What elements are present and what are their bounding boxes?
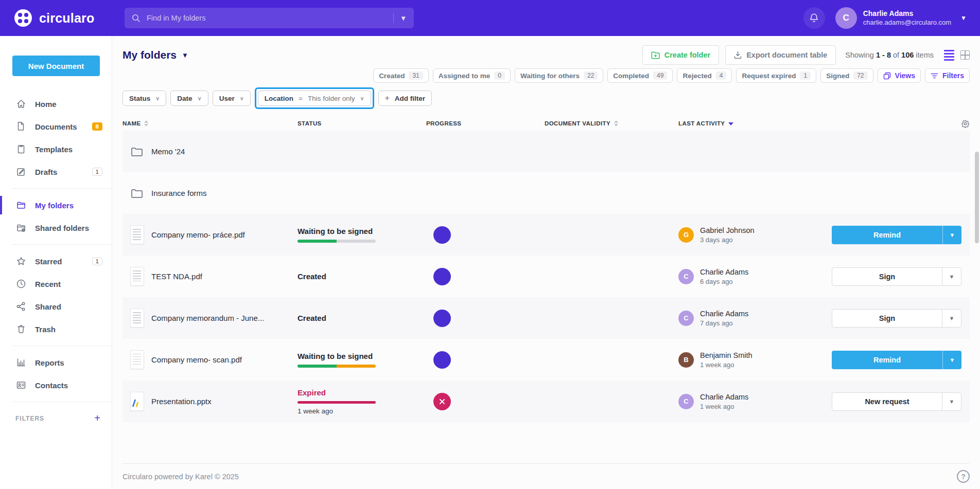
signature-status-icon[interactable]	[433, 268, 451, 285]
quick-filter-count: 49	[653, 71, 667, 80]
row-name[interactable]: Company memo- práce.pdf	[151, 230, 245, 239]
search-scope-caret-icon[interactable]: ▼	[400, 14, 407, 22]
table-row[interactable]: Insurance forms	[122, 172, 970, 214]
row-name[interactable]: Memo '24	[151, 147, 185, 156]
page-title-dropdown[interactable]: My folders ▼	[122, 49, 188, 61]
sign-button[interactable]: Sign▼	[832, 267, 961, 286]
search-input[interactable]: Find in My folders ▼	[125, 8, 414, 28]
sign-button[interactable]: Sign▼	[832, 309, 961, 328]
filter-dropdown-user[interactable]: User∨	[213, 90, 251, 106]
table-row[interactable]: Presentation.pptxExpired1 week agoCCharl…	[122, 381, 970, 422]
quick-filter-signed[interactable]: Signed72	[820, 68, 873, 83]
star-icon	[15, 256, 27, 266]
row-activity-cell: CCharlie Adams6 days ago	[678, 268, 829, 285]
filter-dropdown-status[interactable]: Status∨	[122, 90, 166, 106]
sidebar-item-shared[interactable]: Shared	[0, 295, 112, 318]
quick-filter-rejected[interactable]: Rejected4	[677, 68, 732, 83]
sidebar-item-documents[interactable]: Documents8	[0, 115, 112, 138]
row-name[interactable]: Company memo- scan.pdf	[151, 355, 242, 364]
quick-filter-label: Request expired	[742, 72, 796, 80]
table-settings-button[interactable]	[829, 119, 970, 128]
table-row[interactable]: TEST NDA.pdfCreatedCCharlie Adams6 days …	[122, 256, 970, 297]
sidebar-item-my-folders[interactable]: My folders	[0, 194, 112, 216]
quick-filter-label: Completed	[613, 72, 649, 80]
sidebar-item-shared-folders[interactable]: Shared folders	[0, 216, 112, 239]
expired-status-icon[interactable]	[433, 393, 451, 410]
quick-filter-assigned-to-me[interactable]: Assigned to me0	[433, 68, 511, 83]
filter-dropdown-date[interactable]: Date∨	[170, 90, 208, 106]
sidebar-item-label: Starred	[35, 257, 62, 266]
quick-filter-waiting-for-others[interactable]: Waiting for others22	[515, 68, 603, 83]
table-row[interactable]: Company memorandum - June...CreatedCChar…	[122, 297, 970, 339]
user-menu[interactable]: C Charlie Adams charlie.adams@circularo.…	[835, 7, 967, 29]
sidebar-item-recent[interactable]: Recent	[0, 273, 112, 295]
table-row[interactable]: Memo '24	[122, 131, 970, 172]
row-activity-cell: CCharlie Adams7 days ago	[678, 310, 829, 327]
action-dropdown-caret[interactable]: ▼	[942, 226, 961, 244]
column-header-document-validity[interactable]: DOCUMENT VALIDITY	[545, 120, 678, 126]
export-document-table-button[interactable]: Export document table	[725, 45, 836, 65]
notifications-button[interactable]	[803, 7, 825, 29]
document-thumbnail	[130, 267, 144, 286]
table-row[interactable]: Company memo- práce.pdfWaiting to be sig…	[122, 214, 970, 256]
grid-view-button[interactable]	[960, 50, 970, 60]
row-status-cell: Waiting to be signed	[297, 352, 426, 368]
action-button-label[interactable]: Remind	[832, 351, 942, 369]
row-name[interactable]: Presentation.pptx	[151, 397, 212, 406]
row-name[interactable]: Insurance forms	[151, 189, 207, 197]
action-dropdown-caret[interactable]: ▼	[942, 393, 961, 410]
signature-status-icon[interactable]	[433, 351, 451, 369]
scrollbar-thumb[interactable]	[975, 152, 979, 243]
row-name[interactable]: Company memorandum - June...	[151, 314, 264, 322]
filters-button[interactable]: Filters	[925, 68, 970, 83]
filter-dropdown-location[interactable]: Location=This folder only∨	[258, 90, 371, 106]
sidebar-item-starred[interactable]: Starred1	[0, 250, 112, 273]
remind-button[interactable]: Remind▼	[832, 226, 961, 244]
quick-filter-created[interactable]: Created31	[373, 68, 429, 83]
add-filter-button[interactable]: +Add filter	[378, 90, 432, 106]
column-header-last-activity[interactable]: LAST ACTIVITY	[678, 120, 829, 126]
sidebar-item-reports[interactable]: Reports	[0, 351, 112, 374]
action-button-label[interactable]: Sign	[832, 310, 942, 327]
action-dropdown-caret[interactable]: ▼	[942, 268, 961, 285]
sidebar-item-home[interactable]: Home	[0, 93, 112, 115]
quick-filter-request-expired[interactable]: Request expired1	[736, 68, 816, 83]
sidebar-item-drafts[interactable]: Drafts1	[0, 160, 112, 183]
create-folder-button[interactable]: Create folder	[642, 45, 719, 65]
brand-logo[interactable]: circularo	[13, 8, 113, 28]
user-avatar: G	[678, 227, 694, 243]
row-activity-text: Gabriel Johnson3 days ago	[700, 226, 755, 244]
action-button-label[interactable]: Remind	[832, 226, 942, 244]
action-button-label[interactable]: New request	[832, 393, 942, 410]
remind-button[interactable]: Remind▼	[832, 351, 961, 369]
signature-status-icon[interactable]	[433, 310, 451, 327]
search-divider	[393, 13, 394, 23]
new-request-button[interactable]: New request▼	[832, 392, 961, 411]
row-status: Expired	[297, 388, 426, 397]
signature-status-icon[interactable]	[433, 226, 451, 244]
new-document-button[interactable]: New Document	[12, 56, 100, 76]
main-content: My folders ▼ Create folder	[112, 36, 980, 489]
folder-icon	[15, 200, 27, 210]
column-header-progress: PROGRESS	[426, 120, 545, 126]
table-row[interactable]: Company memo- scan.pdfWaiting to be sign…	[122, 339, 970, 381]
document-thumbnail	[130, 350, 144, 369]
column-header-name[interactable]: NAME	[122, 120, 297, 126]
quick-filter-completed[interactable]: Completed49	[607, 68, 673, 83]
action-dropdown-caret[interactable]: ▼	[942, 310, 961, 327]
help-button[interactable]: ?	[957, 470, 970, 483]
sidebar-item-contacts[interactable]: Contacts	[0, 374, 112, 396]
list-view-button[interactable]	[944, 50, 954, 61]
action-dropdown-caret[interactable]: ▼	[942, 351, 961, 369]
activity-time: 6 days ago	[700, 278, 748, 285]
sidebar-item-trash[interactable]: Trash	[0, 318, 112, 340]
footer: Circularo powered by Karel © 2025 ?	[122, 463, 970, 489]
folder-plus-icon	[651, 51, 660, 59]
action-button-label[interactable]: Sign	[832, 268, 942, 285]
views-button[interactable]: Views	[878, 68, 921, 83]
add-saved-filter-button[interactable]: +	[94, 412, 100, 424]
quick-filter-label: Assigned to me	[439, 72, 491, 80]
row-progress-bar	[297, 365, 376, 368]
sidebar-item-templates[interactable]: Templates	[0, 138, 112, 160]
row-name[interactable]: TEST NDA.pdf	[151, 272, 202, 281]
